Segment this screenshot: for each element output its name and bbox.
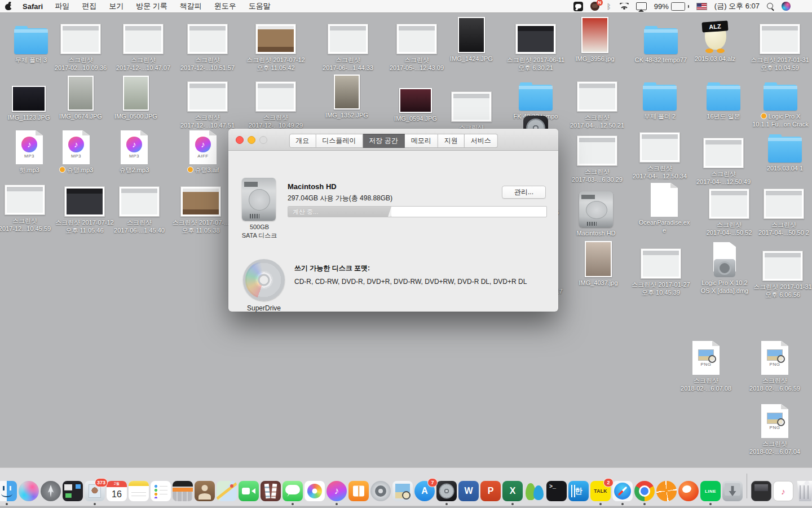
- apple-menu[interactable]: [0, 0, 17, 12]
- dock-word[interactable]: W: [458, 481, 479, 501]
- desktop-icon-shot-2[interactable]: 스크린샷 2017-12-...10.47.07: [107, 17, 180, 72]
- desktop-icon-pngdoc-51[interactable]: PNG스크린샷 2018-02-...6.07.04: [738, 401, 811, 456]
- dock-messages[interactable]: [283, 481, 303, 501]
- dock-contacts[interactable]: [195, 481, 215, 501]
- dock-ibooks[interactable]: [348, 481, 369, 501]
- dock-line[interactable]: LINE: [700, 481, 721, 501]
- dock-mission-control[interactable]: [63, 481, 83, 501]
- desktop-icon-pngdoc-49[interactable]: PNG스크린샷 2018-02-...6.07.08: [669, 338, 743, 393]
- tab-4[interactable]: 지원: [438, 134, 465, 148]
- siri-icon[interactable]: [782, 2, 791, 11]
- desktop-icon-shot-4[interactable]: 스크린샷 2017-07-12 오후 11.05.42: [239, 17, 312, 72]
- photo-thumbnail: [585, 240, 612, 277]
- dock-photo-booth[interactable]: [261, 481, 281, 501]
- menubar-clock[interactable]: (금) 오후 6:07: [714, 1, 760, 11]
- menu-2[interactable]: 보기: [103, 0, 130, 12]
- desktop-icon-photo-15[interactable]: IMG_0500.JPG: [99, 73, 173, 120]
- desktop-icon-folder-34[interactable]: 2015.03.04 1: [748, 125, 812, 172]
- desktop-icon-shot-47[interactable]: 스크린샷 2017-01-31 오후 6.06.56: [746, 244, 812, 299]
- tab-5[interactable]: 서비스: [465, 134, 498, 148]
- tab-3[interactable]: 메모리: [405, 134, 438, 148]
- powerpoint-icon: P: [480, 481, 501, 501]
- dock-mail[interactable]: 373: [85, 481, 105, 501]
- tab-2[interactable]: 저장 공간: [363, 134, 404, 148]
- menu-3[interactable]: 방문 기록: [130, 0, 174, 12]
- desktop-icon-doc-41[interactable]: OceanParadise.ex e: [628, 179, 701, 235]
- desktop-icon-pngdoc-50[interactable]: PNG스크린샷 2018-02-...6.06.59: [738, 338, 811, 393]
- bluetooth-icon[interactable]: ᛒ: [607, 2, 612, 11]
- dock-app-store[interactable]: A7: [414, 481, 435, 501]
- dock-kakaotalk[interactable]: TALK2: [590, 481, 611, 501]
- shot-thumbnail: [451, 85, 492, 122]
- desktop-icon-shot-38[interactable]: 스크린샷 2017-07-... 오후 11.05.38: [164, 179, 237, 235]
- close-button[interactable]: [236, 136, 244, 144]
- dock-safari[interactable]: [612, 481, 633, 501]
- kakaotalk-menubar-icon[interactable]: N: [590, 2, 599, 11]
- menu-0[interactable]: 파일: [48, 0, 76, 12]
- window-titlebar[interactable]: 개요디스플레이저장 공간메모리지원서비스: [228, 129, 558, 151]
- menu-5[interactable]: 윈도우: [208, 0, 242, 12]
- dock-photos[interactable]: [304, 481, 325, 501]
- dock-gom-audio[interactable]: [656, 481, 677, 501]
- airplay-icon[interactable]: [636, 2, 647, 10]
- wifi-icon[interactable]: [620, 3, 629, 10]
- dock-calculator[interactable]: [173, 481, 193, 501]
- dock-messenger[interactable]: [524, 481, 545, 501]
- desktop-icon-folder-26[interactable]: Logic Pro X 10.1.1 Fu...on Crack: [744, 73, 812, 129]
- dock-stack-downloads[interactable]: [751, 481, 771, 501]
- dock-excel[interactable]: X: [502, 481, 523, 501]
- dock-hancom[interactable]: 한: [568, 481, 589, 501]
- desktop-icon-shot-3[interactable]: 스크린샷 2017-12-...10.51.57: [171, 17, 244, 72]
- dock-reminders[interactable]: [151, 481, 171, 501]
- desktop-icon-photo-9[interactable]: IMG_3956.jpg: [558, 16, 632, 63]
- desktop-icon-shot-17[interactable]: 스크린샷 2017-12-...10.49.29: [239, 75, 312, 130]
- dock-disk-installer[interactable]: [722, 481, 743, 501]
- dock-logic-pro[interactable]: [436, 481, 457, 501]
- shot-thumbnail: [60, 17, 101, 54]
- dock-siri[interactable]: [19, 481, 39, 501]
- desktop-icon-shot-32[interactable]: 스크린샷 2017-04-...12.50.34: [623, 125, 696, 181]
- dock-maps[interactable]: [217, 481, 237, 501]
- menu-6[interactable]: 도움말: [242, 0, 277, 12]
- tab-1[interactable]: 디스플레이: [316, 134, 363, 148]
- minimize-button[interactable]: [248, 136, 255, 144]
- spotlight-icon[interactable]: [767, 3, 774, 10]
- desktop-icon-label: 무제 폴더 3: [15, 56, 47, 64]
- dock-calendar[interactable]: 2월16: [107, 481, 127, 501]
- battery-indicator[interactable]: 99% ⚡: [654, 2, 689, 11]
- dock-chrome[interactable]: [634, 481, 655, 501]
- input-language-flag-icon[interactable]: [696, 3, 707, 10]
- maps-icon: [217, 481, 237, 501]
- dock-facetime[interactable]: [239, 481, 259, 501]
- desktop-icon-shot-12[interactable]: 스크린샷 2017-01-31 오후 10.04.59: [743, 17, 812, 72]
- dock-trash[interactable]: [795, 481, 812, 501]
- desktop-icon-shot-45[interactable]: 스크린샷 2017-01-27 오후 10.45.39: [624, 242, 698, 297]
- desktop-icon-alz-11[interactable]: ALZ2015.03.04.alz: [678, 16, 752, 63]
- dock-system-preferences[interactable]: [370, 481, 391, 501]
- desktop-icon-mdoc-29[interactable]: ♪MP3슈탱2.mp3: [98, 127, 171, 174]
- dock-launchpad[interactable]: [41, 481, 61, 501]
- line-menubar-icon[interactable]: [573, 2, 583, 11]
- desktop-icon-shot-16[interactable]: 스크린샷 2017-12-...10.47.51: [171, 75, 244, 130]
- dock-terminal[interactable]: >_: [546, 481, 567, 501]
- manage-button[interactable]: 관리...: [502, 186, 546, 199]
- dock-preview[interactable]: [392, 481, 413, 501]
- desktop-icon-shot-43[interactable]: 스크린샷 2017-04-...50.50 2: [747, 182, 812, 237]
- desktop-icon-photo-7[interactable]: IMG_1424.JPG: [435, 16, 508, 63]
- menu-4[interactable]: 책갈피: [174, 0, 208, 12]
- desktop-icon-shot-5[interactable]: 스크린샷 2017-06-...1.44.33: [311, 17, 385, 72]
- menu-1[interactable]: 편집: [76, 0, 103, 12]
- active-app-name[interactable]: Safari: [17, 2, 48, 11]
- desktop-icon-folder-24[interactable]: 무제 폴더 2: [623, 73, 696, 120]
- tab-0[interactable]: 개요: [289, 134, 316, 148]
- dock-finder[interactable]: [0, 481, 17, 501]
- dock-powerpoint[interactable]: P: [480, 481, 501, 501]
- dock-itunes[interactable]: [326, 481, 347, 501]
- dock-notes[interactable]: [129, 481, 149, 501]
- zoom-button-disabled[interactable]: [259, 136, 267, 144]
- dock-stack-documents[interactable]: [773, 481, 793, 501]
- desktop-icon-hdd-40[interactable]: Macintosh HD: [559, 190, 633, 237]
- notification-center-icon[interactable]: [798, 3, 806, 10]
- dock-gom-player[interactable]: [678, 481, 699, 501]
- desktop-icon-photo-18[interactable]: IMG_1352.JPG: [310, 72, 383, 119]
